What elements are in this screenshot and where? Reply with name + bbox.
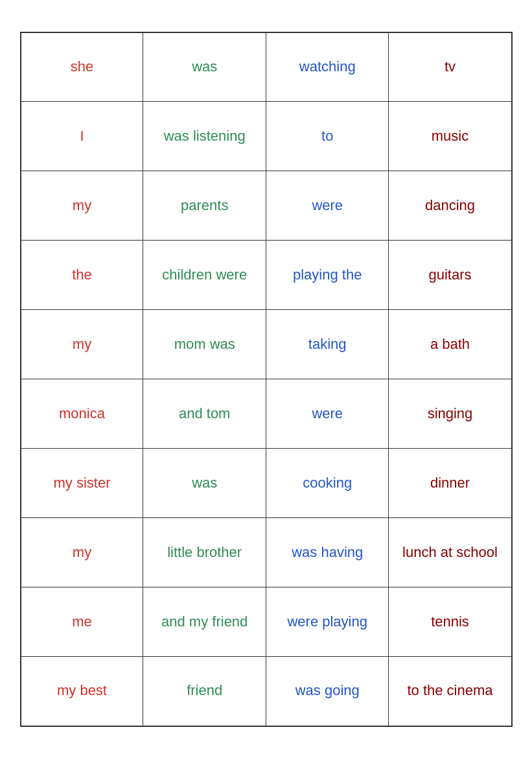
table-cell: a bath bbox=[389, 310, 512, 379]
table-cell: playing the bbox=[266, 241, 389, 310]
table-cell: were bbox=[266, 379, 389, 449]
table-cell: were bbox=[266, 171, 389, 241]
table-cell: dancing bbox=[389, 171, 512, 241]
table-cell: tennis bbox=[389, 587, 512, 657]
table-cell: guitars bbox=[389, 241, 512, 310]
table-cell: and my friend bbox=[143, 587, 266, 657]
table-cell: friend bbox=[143, 657, 266, 726]
table-cell: cooking bbox=[266, 449, 389, 518]
table-cell: she bbox=[21, 32, 143, 102]
table-cell: singing bbox=[389, 379, 512, 449]
table-row: Iwas listeningtomusic bbox=[21, 102, 512, 171]
table-cell: was bbox=[143, 449, 266, 518]
table-row: meand my friendwere playingtennis bbox=[21, 587, 512, 657]
table-row: my bestfriendwas goingto the cinema bbox=[21, 657, 512, 726]
table-cell: the bbox=[21, 241, 143, 310]
table-cell: mom was bbox=[143, 310, 266, 379]
table-cell: monica bbox=[21, 379, 143, 449]
table-cell: watching bbox=[266, 32, 389, 102]
sentence-table: shewaswatchingtvIwas listeningtomusicmyp… bbox=[20, 32, 513, 727]
table-cell: my best bbox=[21, 657, 143, 726]
table-cell: parents bbox=[143, 171, 266, 241]
table-row: myparentsweredancing bbox=[21, 171, 512, 241]
table-cell: to the cinema bbox=[389, 657, 512, 726]
table-cell: me bbox=[21, 587, 143, 657]
table-cell: was going bbox=[266, 657, 389, 726]
table-cell: and tom bbox=[143, 379, 266, 449]
table-cell: I bbox=[21, 102, 143, 171]
table-row: shewaswatchingtv bbox=[21, 32, 512, 102]
table-cell: my sister bbox=[21, 449, 143, 518]
table-cell: was bbox=[143, 32, 266, 102]
table-row: mylittle brotherwas havinglunch at schoo… bbox=[21, 518, 512, 587]
table-cell: my bbox=[21, 171, 143, 241]
table-row: monicaand tomweresinging bbox=[21, 379, 512, 449]
table-cell: children were bbox=[143, 241, 266, 310]
table-cell: were playing bbox=[266, 587, 389, 657]
table-cell: little brother bbox=[143, 518, 266, 587]
table-cell: lunch at school bbox=[389, 518, 512, 587]
table-cell: music bbox=[389, 102, 512, 171]
table-cell: my bbox=[21, 310, 143, 379]
table-row: mymom wastakinga bath bbox=[21, 310, 512, 379]
table-cell: my bbox=[21, 518, 143, 587]
table-cell: was listening bbox=[143, 102, 266, 171]
table-cell: was having bbox=[266, 518, 389, 587]
table-cell: taking bbox=[266, 310, 389, 379]
table-cell: tv bbox=[389, 32, 512, 102]
table-row: my sisterwascookingdinner bbox=[21, 449, 512, 518]
table-cell: dinner bbox=[389, 449, 512, 518]
table-row: thechildren wereplaying theguitars bbox=[21, 241, 512, 310]
table-cell: to bbox=[266, 102, 389, 171]
